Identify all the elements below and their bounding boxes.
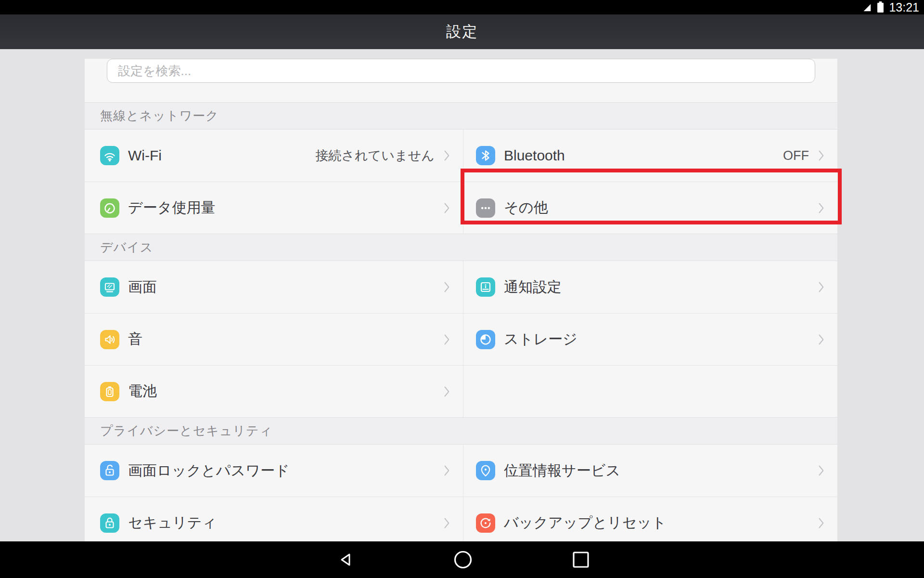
setting-value: OFF [783,148,809,163]
more-options-icon [476,198,495,218]
back-button[interactable] [336,550,356,569]
chevron-right-icon [819,518,824,528]
setting-label: 音 [128,329,142,349]
setting-label: 通知設定 [504,277,562,297]
notification-icon [476,277,495,297]
section-header: プライバシーとセキュリティ [85,417,837,445]
settings-row: セキュリティバックアップとリセット [85,497,837,549]
home-button[interactable] [453,550,473,570]
title-bar: 設定 [0,14,924,49]
setting-item-battery[interactable]: 電池 [85,366,463,417]
settings-list: 無線とネットワークWi-Fi接続されていませんBluetoothOFFデータ使用… [85,102,837,549]
setting-item-more-options[interactable]: その他 [463,182,837,234]
home-icon [453,550,473,570]
wifi-icon [100,146,119,165]
section-header: デバイス [85,234,837,261]
setting-item-data-usage[interactable]: データ使用量 [85,182,463,234]
location-icon [476,461,495,480]
security-icon [100,513,119,533]
settings-row: データ使用量その他 [85,182,837,234]
navigation-bar [0,541,924,578]
battery-status-icon [877,1,884,13]
setting-label: 位置情報サービス [504,461,620,481]
setting-label: バックアップとリセット [504,513,667,533]
chevron-right-icon [444,203,449,213]
chevron-right-icon [444,386,449,397]
setting-item-sound[interactable]: 音 [85,314,463,365]
screen-lock-icon [100,461,119,480]
search-input[interactable] [107,59,815,83]
recents-icon [572,551,590,569]
setting-item-notification[interactable]: 通知設定 [463,261,837,313]
settings-row: 画面通知設定 [85,261,837,313]
setting-label: セキュリティ [128,513,217,533]
data-usage-icon [100,198,119,218]
settings-row: 電池 [85,365,837,417]
settings-row: 画面ロックとパスワード位置情報サービス [85,445,837,497]
chevron-right-icon [444,334,449,345]
chevron-right-icon [819,203,824,213]
signal-icon [861,2,872,13]
chevron-right-icon [819,465,824,476]
setting-item-location[interactable]: 位置情報サービス [463,445,837,497]
chevron-right-icon [444,282,449,292]
recents-button[interactable] [572,551,590,569]
chevron-right-icon [819,150,824,161]
chevron-right-icon [444,518,449,528]
settings-panel: 無線とネットワークWi-Fi接続されていませんBluetoothOFFデータ使用… [85,49,837,541]
setting-label: 画面 [128,277,157,297]
setting-label: 電池 [128,381,157,401]
setting-item-storage[interactable]: ストレージ [463,314,837,365]
settings-row: Wi-Fi接続されていませんBluetoothOFF [85,130,837,182]
setting-item-display[interactable]: 画面 [85,261,463,313]
setting-label: 画面ロックとパスワード [128,461,290,481]
setting-label: Wi-Fi [128,147,162,164]
setting-value: 接続されていません [316,147,435,164]
backup-icon [476,513,495,533]
setting-item-backup[interactable]: バックアップとリセット [463,497,837,549]
empty-cell [463,366,837,417]
setting-item-screen-lock[interactable]: 画面ロックとパスワード [85,445,463,497]
setting-item-security[interactable]: セキュリティ [85,497,463,549]
battery-icon [100,382,119,401]
page-title: 設定 [446,22,478,42]
chevron-right-icon [819,334,824,345]
status-time: 13:21 [889,0,919,14]
back-icon [336,550,356,569]
setting-label: データ使用量 [128,198,215,218]
setting-label: ストレージ [504,329,578,349]
chevron-right-icon [444,465,449,476]
setting-item-bluetooth[interactable]: BluetoothOFF [463,130,837,182]
status-bar: 13:21 [0,0,924,14]
settings-row: 音ストレージ [85,313,837,365]
storage-icon [476,330,495,349]
setting-label: その他 [504,198,548,218]
bluetooth-icon [476,146,495,165]
display-icon [100,277,119,297]
setting-item-wifi[interactable]: Wi-Fi接続されていません [85,130,463,182]
setting-label: Bluetooth [504,147,565,164]
section-header: 無線とネットワーク [85,102,837,130]
sound-icon [100,330,119,349]
chevron-right-icon [444,150,449,161]
search-row [85,59,837,102]
content-area: 無線とネットワークWi-Fi接続されていませんBluetoothOFFデータ使用… [0,49,924,541]
chevron-right-icon [819,282,824,292]
